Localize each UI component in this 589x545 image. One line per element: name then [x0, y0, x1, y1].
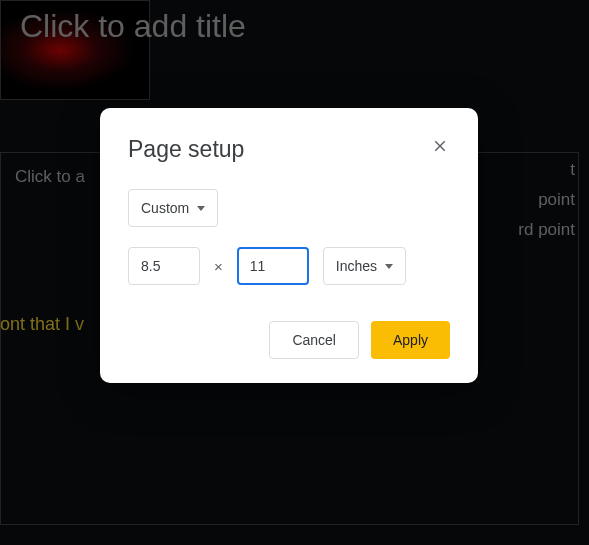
apply-button[interactable]: Apply [371, 321, 450, 359]
times-symbol: × [214, 258, 223, 275]
page-setup-dialog: Page setup Custom × Inches Cancel Apply [100, 108, 478, 383]
unit-value: Inches [336, 258, 377, 274]
size-preset-value: Custom [141, 200, 189, 216]
height-input[interactable] [237, 247, 309, 285]
dialog-title: Page setup [128, 136, 450, 163]
close-button[interactable] [426, 132, 454, 160]
caret-down-icon [197, 206, 205, 211]
dialog-actions: Cancel Apply [128, 321, 450, 359]
close-icon [431, 137, 449, 155]
size-preset-dropdown[interactable]: Custom [128, 189, 218, 227]
cancel-button[interactable]: Cancel [269, 321, 359, 359]
width-input[interactable] [128, 247, 200, 285]
caret-down-icon [385, 264, 393, 269]
unit-dropdown[interactable]: Inches [323, 247, 406, 285]
dimensions-row: × Inches [128, 247, 450, 285]
